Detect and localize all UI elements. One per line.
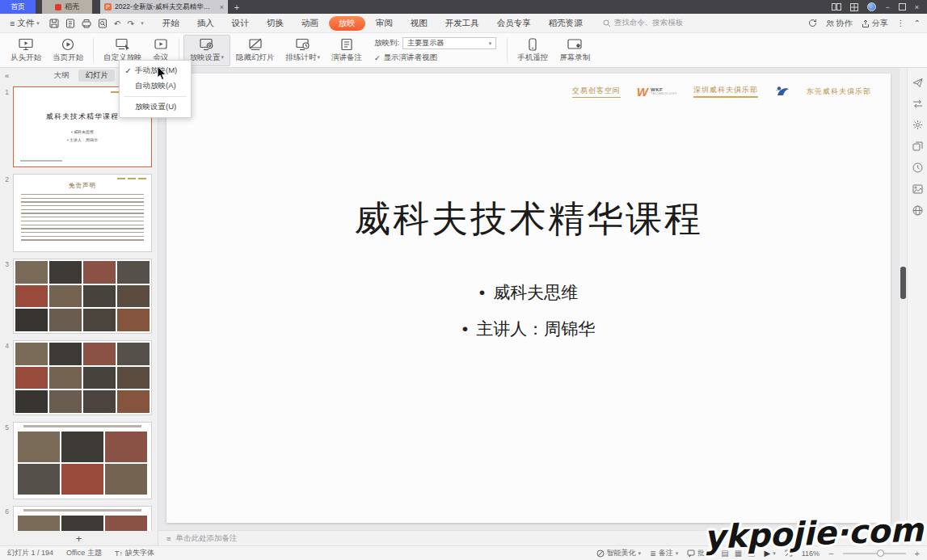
- display-device-select[interactable]: 主要显示器 ▾: [402, 37, 496, 49]
- tab-transitions[interactable]: 切换: [258, 16, 293, 31]
- photo-cell: [18, 516, 60, 531]
- print-icon[interactable]: [82, 19, 91, 28]
- collapse-ribbon-icon[interactable]: ⌃: [914, 19, 921, 27]
- play-from-current-button[interactable]: 当页开始: [47, 35, 89, 66]
- scrollbar-thumb[interactable]: [900, 267, 906, 299]
- zoom-in-button[interactable]: +: [915, 549, 920, 558]
- maximize-button[interactable]: [899, 3, 906, 11]
- menu-item-show-settings[interactable]: 放映设置(U): [120, 99, 191, 115]
- tab-membership[interactable]: 会员专享: [488, 16, 540, 31]
- tab-animations[interactable]: 动画: [293, 16, 327, 31]
- animation-pane-icon[interactable]: [912, 141, 923, 151]
- ribbon-separator: [507, 38, 508, 62]
- display-settings-group: 放映到: 主要显示器 ▾ ✓ 显示演讲者视图: [368, 37, 503, 63]
- slide-number: 1: [2, 86, 11, 167]
- thumbnail-caption-line: [23, 509, 141, 512]
- photo-cell: [83, 261, 116, 284]
- bird-logo-icon: [774, 85, 790, 98]
- bullet-line: •威科夫思维: [166, 274, 891, 310]
- current-slide-canvas[interactable]: 交易创客空间 W WKF TECHNOLOGY 深圳威科夫俱乐部 东莞威科夫俱乐…: [166, 74, 891, 523]
- play-from-beginning-button[interactable]: 从头开始: [5, 35, 47, 66]
- workspace-grid-icon[interactable]: [850, 3, 858, 11]
- undo-icon[interactable]: ↶: [114, 19, 121, 28]
- close-window-button[interactable]: ×: [915, 3, 919, 11]
- speaker-notes-button[interactable]: 演讲备注: [326, 35, 368, 66]
- add-slide-button[interactable]: +: [0, 531, 158, 545]
- notes-toggle-button[interactable]: ≣ 备注 ▾: [650, 548, 678, 558]
- command-search-box[interactable]: 查找命令、搜索模板: [603, 18, 684, 28]
- tab-developer[interactable]: 开发工具: [436, 16, 488, 31]
- zoom-slider[interactable]: [843, 553, 906, 554]
- tab-docer-resources[interactable]: 稻壳资源: [540, 16, 592, 31]
- rehearse-timing-button[interactable]: 排练计时▾: [280, 35, 327, 66]
- mouse-cursor: [157, 66, 168, 81]
- photo-cell: [105, 464, 147, 495]
- screen-record-button[interactable]: 屏幕录制: [554, 35, 596, 66]
- menu-item-auto-show[interactable]: 自动放映(A): [120, 78, 191, 94]
- slide-thumbnail-6[interactable]: [13, 506, 152, 531]
- thumbnail-text-lines: [21, 194, 144, 241]
- photo-cell: [105, 516, 147, 531]
- photo-cell: [49, 390, 82, 413]
- history-clock-icon[interactable]: [912, 162, 923, 173]
- resource-globe-icon[interactable]: [912, 205, 923, 216]
- slide-bullet-list[interactable]: •威科夫思维 •主讲人：周锦华: [166, 274, 891, 347]
- slide-thumbnail-5[interactable]: [13, 422, 152, 499]
- slides-tab[interactable]: 幻灯片: [78, 69, 115, 82]
- theme-name[interactable]: Office 主题: [66, 548, 102, 558]
- hide-slide-button[interactable]: 隐藏幻灯片: [230, 35, 280, 66]
- notes-icon: ≡: [166, 534, 171, 543]
- tab-view[interactable]: 视图: [402, 16, 436, 31]
- phone-remote-button[interactable]: 手机遥控: [512, 35, 554, 66]
- outline-tab[interactable]: 大纲: [47, 69, 75, 82]
- smart-beautify-button[interactable]: 智能美化 ▾: [596, 548, 642, 558]
- thumbnail-bullets: • 威科夫思维 • 主讲人：周锦华: [14, 128, 151, 144]
- close-tab-icon[interactable]: ×: [220, 3, 224, 11]
- docer-tab[interactable]: 稻壳: [42, 0, 92, 14]
- tab-design[interactable]: 设计: [223, 16, 258, 31]
- chevron-down-icon: ▾: [489, 40, 492, 47]
- ribbon-separator: [179, 38, 179, 62]
- share-button[interactable]: 分享: [862, 18, 888, 29]
- align-arrows-icon[interactable]: [912, 99, 923, 108]
- tab-insert[interactable]: 插入: [188, 16, 223, 31]
- redo-icon[interactable]: ↷: [127, 19, 134, 28]
- effects-icon[interactable]: [912, 120, 923, 130]
- speaker-view-checkbox[interactable]: ✓ 显示演讲者视图: [374, 53, 496, 63]
- missing-font-warning[interactable]: T↑ 缺失字体: [115, 548, 154, 558]
- save-icon[interactable]: [49, 19, 59, 28]
- slide-thumbnail-2[interactable]: 免责声明: [13, 174, 152, 252]
- quick-share-icon[interactable]: [912, 78, 923, 88]
- user-avatar[interactable]: [867, 2, 876, 11]
- slide-number: 5: [2, 422, 11, 499]
- slide-thumbnail-row: 5: [2, 422, 152, 499]
- new-tab-button[interactable]: +: [228, 0, 246, 14]
- quick-toolbar-more-icon[interactable]: ▾: [141, 20, 144, 27]
- export-icon[interactable]: [65, 19, 75, 28]
- home-tab[interactable]: 首页: [0, 0, 36, 14]
- slide-title[interactable]: 威科夫技术精华课程: [166, 195, 891, 243]
- tab-start[interactable]: 开始: [154, 16, 188, 31]
- vertical-scrollbar[interactable]: [900, 68, 907, 545]
- more-options-icon[interactable]: ⋮: [897, 19, 905, 27]
- slide-thumbnail-row: 6: [2, 506, 152, 531]
- document-tab[interactable]: P 2022-全新版-威科夫交易精华班课件 ×: [100, 0, 228, 14]
- layout-switch-icon[interactable]: [832, 3, 841, 11]
- wps-presentation-window: 首页 稻壳 P 2022-全新版-威科夫交易精华班课件 × + − × ≡ 文件…: [0, 0, 927, 560]
- sync-icon[interactable]: [808, 19, 817, 27]
- collapse-panel-icon[interactable]: «: [5, 71, 9, 80]
- collaborate-button[interactable]: 协作: [826, 18, 853, 29]
- slide-thumbnail-3[interactable]: [13, 259, 152, 334]
- menu-item-manual-show[interactable]: ✓ 手动放映(M): [120, 63, 191, 78]
- check-icon: ✓: [124, 66, 133, 75]
- minimize-button[interactable]: −: [885, 3, 889, 11]
- slide-editor-area: 交易创客空间 W WKF TECHNOLOGY 深圳威科夫俱乐部 东莞威科夫俱乐…: [158, 68, 900, 545]
- slide-thumbnail-4[interactable]: [13, 340, 152, 415]
- chart-image-icon[interactable]: [912, 184, 923, 194]
- wkf-w-icon: W: [637, 86, 648, 98]
- tab-slideshow[interactable]: 放映: [329, 16, 365, 31]
- file-menu[interactable]: ≡ 文件 ▾: [6, 18, 43, 29]
- print-preview-icon[interactable]: [98, 19, 107, 28]
- tab-review[interactable]: 审阅: [367, 16, 402, 31]
- zoom-slider-knob[interactable]: [877, 549, 884, 557]
